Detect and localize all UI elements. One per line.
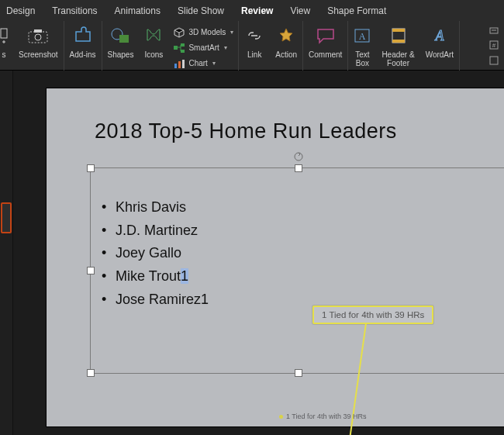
rotate-handle[interactable]	[293, 151, 304, 162]
svg-text:#: #	[492, 42, 496, 49]
smartart-button[interactable]: SmartArt▾	[173, 40, 233, 55]
resize-handle[interactable]	[87, 369, 95, 377]
tab-transitions[interactable]: Transitions	[52, 5, 97, 16]
svg-rect-10	[181, 50, 185, 53]
resize-handle[interactable]	[295, 369, 302, 377]
bullet-list[interactable]: Khris Davis J.D. Martinez Joey Gallo Mik…	[91, 182, 504, 311]
list-item: Joey Gallo	[116, 242, 504, 265]
tab-view[interactable]: View	[290, 5, 310, 16]
svg-point-25	[295, 153, 302, 161]
icons-button[interactable]: Icons	[139, 22, 168, 71]
text-box-button[interactable]: A Text Box	[348, 22, 376, 71]
shapes-button[interactable]: Shapes	[102, 22, 140, 71]
icons-icon	[144, 26, 163, 45]
star-icon	[278, 27, 295, 44]
slide-title[interactable]: 2018 Top-5 Home Run Leaders	[95, 119, 397, 143]
list-item: J.D. Martinez	[116, 219, 504, 243]
slide-canvas[interactable]: 2018 Top-5 Home Run Leaders Khris Davis …	[13, 71, 504, 435]
camera-icon	[26, 26, 50, 45]
svg-rect-18	[392, 40, 405, 43]
addins-icon	[73, 26, 93, 46]
chart-button[interactable]: Chart▾	[173, 56, 233, 71]
svg-rect-7	[119, 35, 129, 43]
cube-icon	[173, 27, 185, 38]
textbox-icon: A	[354, 26, 371, 45]
slide[interactable]: 2018 Top-5 Home Run Leaders Khris Davis …	[46, 88, 504, 427]
svg-rect-0	[1, 29, 7, 38]
svg-rect-12	[178, 61, 181, 68]
slide-thumbnails[interactable]	[0, 71, 13, 435]
footnote-marker-icon	[279, 415, 283, 419]
comment-button[interactable]: Comment	[303, 22, 347, 71]
tab-review[interactable]: Review	[241, 5, 273, 16]
svg-rect-17	[392, 29, 405, 32]
link-icon	[244, 28, 264, 43]
svg-rect-24	[490, 57, 498, 64]
ribbon: Design Transitions Animations Slide Show…	[0, 0, 504, 71]
shapes-icon	[109, 26, 131, 45]
ribbon-tabs: Design Transitions Animations Slide Show…	[0, 0, 504, 19]
svg-rect-13	[182, 60, 185, 68]
tab-animations[interactable]: Animations	[115, 5, 161, 16]
list-item: Khris Davis	[116, 196, 504, 219]
tab-slide-show[interactable]: Slide Show	[178, 5, 224, 16]
svg-text:A: A	[434, 28, 444, 43]
svg-rect-9	[181, 43, 185, 47]
tab-design[interactable]: Design	[6, 5, 35, 16]
svg-rect-11	[174, 64, 177, 68]
ribbon-overflow[interactable]: #	[488, 24, 499, 66]
list-item: Mike Trout1	[116, 265, 504, 288]
workspace: 2018 Top-5 Home Run Leaders Khris Davis …	[0, 71, 504, 435]
footnote-highlight: 1 Tied for 4th with 39 HRs	[312, 306, 433, 324]
action-button[interactable]: Action	[270, 22, 302, 71]
smartart-icon	[173, 43, 185, 54]
resize-handle[interactable]	[295, 164, 302, 172]
new-slide-button[interactable]: s	[0, 22, 13, 71]
svg-rect-8	[174, 46, 178, 50]
comment-icon	[316, 27, 336, 44]
header-footer-icon	[390, 26, 407, 45]
link-button[interactable]: Link	[239, 22, 270, 71]
resize-handle[interactable]	[87, 164, 95, 172]
svg-text:A: A	[359, 31, 366, 42]
ribbon-groups: s Screenshot Add-ins Shapes Icons	[0, 19, 504, 72]
svg-rect-3	[29, 32, 47, 43]
tab-shape-format[interactable]: Shape Format	[327, 5, 386, 16]
3d-models-button[interactable]: 3D Models▾	[173, 25, 233, 40]
wordart-button[interactable]: A WordArt	[420, 22, 460, 71]
slide-footnote: 1 Tied for 4th with 39 HRs	[279, 413, 367, 420]
content-textbox[interactable]: Khris Davis J.D. Martinez Joey Gallo Mik…	[90, 167, 504, 374]
wordart-icon: A	[430, 26, 449, 45]
svg-rect-5	[34, 29, 42, 33]
selected-character[interactable]: 1	[181, 268, 188, 284]
addins-button[interactable]: Add-ins	[64, 22, 102, 71]
screenshot-button[interactable]: Screenshot	[13, 22, 64, 71]
list-item: Jose Ramirez1	[116, 288, 504, 312]
resize-handle[interactable]	[87, 267, 95, 274]
chart-icon	[173, 58, 185, 69]
svg-point-4	[35, 34, 41, 40]
thumbnail-selected[interactable]	[1, 202, 12, 233]
header-footer-button[interactable]: Header & Footer	[376, 22, 419, 71]
